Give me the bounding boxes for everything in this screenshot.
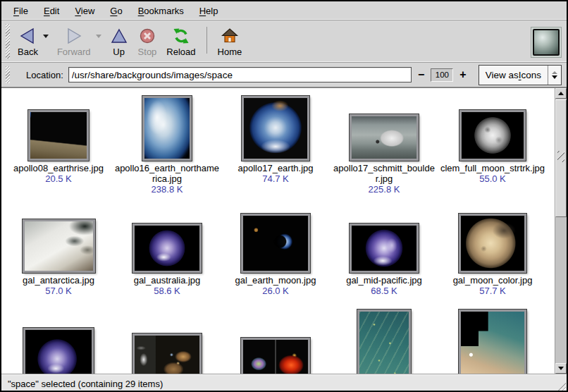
file-manager-window: File Edit View Go Bookmarks Help Back Fo… xyxy=(0,0,568,392)
moon-color-thumbnail xyxy=(459,214,526,273)
file-name: apollo16_earth_northamerica.jpg xyxy=(114,163,220,184)
forward-label: Forward xyxy=(57,47,91,57)
schmitt-boulder-thumbnail xyxy=(350,114,419,161)
menu-file-mnemonic: F xyxy=(13,6,19,16)
window-resize-grip[interactable] xyxy=(554,381,566,392)
scroll-up-arrow-icon xyxy=(558,92,564,95)
corner-nebula-thumbnail xyxy=(459,310,526,374)
file-earth-purple[interactable] xyxy=(4,308,113,374)
file-gal-mid-pacific[interactable]: gal_mid-pacific.jpg 68.5 K xyxy=(330,209,438,308)
earthrise-thumbnail xyxy=(28,110,89,161)
antennae-galaxies-thumbnail xyxy=(132,333,202,374)
earth-purple-thumbnail xyxy=(23,328,94,374)
menu-help-mnemonic: H xyxy=(199,6,206,16)
arrow-down-icon xyxy=(552,75,557,79)
menu-file-label: ile xyxy=(19,6,28,16)
stop-button[interactable]: Stop xyxy=(133,24,162,59)
file-name: gal_australia.jpg xyxy=(134,275,201,286)
view-mode-dropdown[interactable]: View as Icons xyxy=(479,65,562,85)
arrow-up-icon xyxy=(552,71,557,74)
icons-grid: apollo08_earthrise.jpg 20.5 K apollo16_e… xyxy=(1,88,555,374)
file-corner-nebula[interactable] xyxy=(438,308,547,374)
icon-row-1: apollo08_earthrise.jpg 20.5 K apollo16_e… xyxy=(1,88,555,209)
toolbar-grip-handle[interactable] xyxy=(6,24,10,59)
forward-icon xyxy=(65,26,83,46)
scroll-up-button[interactable] xyxy=(555,88,567,99)
zoom-level-display: 100 xyxy=(431,68,453,82)
file-antennae-galaxies[interactable] xyxy=(113,308,221,374)
reload-icon xyxy=(172,26,190,46)
nebula-pair-thumbnail xyxy=(241,338,310,374)
australia-thumbnail xyxy=(132,223,202,273)
reload-button[interactable]: Reload xyxy=(161,24,200,59)
file-size: 55.0 K xyxy=(479,173,506,184)
menu-help[interactable]: Help xyxy=(192,4,226,18)
file-size: 238.8 K xyxy=(152,184,183,195)
view-mode-pre: View as xyxy=(486,70,519,80)
reload-label: Reload xyxy=(166,47,195,57)
file-size: 68.5 K xyxy=(371,286,397,296)
menu-file[interactable]: File xyxy=(6,4,36,18)
menu-go-label: o xyxy=(117,6,122,16)
view-mode-post: cons xyxy=(521,70,541,80)
file-clem-full-moon[interactable]: clem_full_moon_strtrk.jpg 55.0 K xyxy=(438,88,547,209)
blue-marble-thumbnail xyxy=(242,96,309,161)
throbber-tile xyxy=(531,27,562,58)
menu-bar: File Edit View Go Bookmarks Help xyxy=(1,1,567,20)
file-name: clem_full_moon_strtrk.jpg xyxy=(440,163,545,173)
menu-edit-label: dit xyxy=(50,6,60,16)
file-name: gal_antarctica.jpg xyxy=(23,275,94,286)
file-size: 20.5 K xyxy=(45,173,72,184)
stop-label: Stop xyxy=(138,47,157,57)
toolbar-separator xyxy=(206,27,207,54)
home-button[interactable]: Home xyxy=(213,24,247,59)
file-nebula-pair[interactable] xyxy=(221,308,330,374)
back-history-dropdown-icon[interactable] xyxy=(43,35,49,38)
up-icon xyxy=(110,26,128,46)
file-apollo17-schmitt-boulder[interactable]: apollo17_schmitt_boulder.jpg 225.8 K xyxy=(330,88,438,209)
up-button[interactable]: Up xyxy=(105,24,133,59)
full-moon-thumbnail xyxy=(459,110,526,161)
file-apollo17-earth[interactable]: apollo17_earth.jpg 74.7 K xyxy=(221,88,330,209)
file-size: 58.6 K xyxy=(154,286,180,296)
back-label: Back xyxy=(18,47,38,57)
forward-button[interactable]: Forward xyxy=(52,24,96,59)
earth-moon-thumbnail xyxy=(241,214,310,273)
mid-pacific-thumbnail xyxy=(350,223,419,273)
file-gal-antarctica[interactable]: gal_antarctica.jpg 57.0 K xyxy=(4,209,113,308)
menu-help-label: elp xyxy=(206,6,218,16)
file-apollo08-earthrise[interactable]: apollo08_earthrise.jpg 20.5 K xyxy=(4,88,113,209)
status-text: "space" selected (containing 29 items) xyxy=(8,379,163,389)
file-gal-earth-moon[interactable]: gal_earth_moon.jpg 26.0 K xyxy=(221,209,330,308)
location-bar: Location: − 100 + View as Icons xyxy=(1,63,567,87)
forward-history-dropdown-icon[interactable] xyxy=(96,35,101,38)
file-gal-moon-color[interactable]: gal_moon_color.jpg 57.7 K xyxy=(438,209,547,308)
view-mode-label: View as Icons xyxy=(479,66,548,85)
menu-edit[interactable]: Edit xyxy=(36,4,67,18)
zoom-out-button[interactable]: − xyxy=(416,69,426,80)
file-name: apollo17_schmitt_boulder.jpg xyxy=(331,163,437,184)
icon-row-2: gal_antarctica.jpg 57.0 K gal_australia.… xyxy=(1,209,555,308)
menu-view[interactable]: View xyxy=(67,4,102,18)
vertical-scrollbar[interactable] xyxy=(555,88,567,374)
home-label: Home xyxy=(218,47,242,57)
menu-bookmarks[interactable]: Bookmarks xyxy=(130,4,192,18)
throbber-globe-icon xyxy=(533,29,560,56)
menu-go[interactable]: Go xyxy=(102,4,130,18)
location-bar-grip-handle[interactable] xyxy=(6,66,10,83)
up-label: Up xyxy=(113,47,125,57)
file-size: 57.0 K xyxy=(45,286,72,296)
back-button[interactable]: Back xyxy=(13,24,43,59)
scrollbar-thumb[interactable] xyxy=(555,99,567,217)
file-gal-australia[interactable]: gal_australia.jpg 58.6 K xyxy=(113,209,221,308)
teal-nebula-thumbnail xyxy=(357,310,411,374)
location-input[interactable] xyxy=(68,67,412,82)
earth-northamerica-thumbnail xyxy=(142,96,192,161)
menu-view-label: iew xyxy=(81,6,95,16)
file-size: 57.7 K xyxy=(479,286,506,296)
scroll-down-button[interactable] xyxy=(555,363,567,374)
menu-edit-mnemonic: E xyxy=(44,6,50,16)
zoom-in-button[interactable]: + xyxy=(458,69,467,80)
file-apollo16-earth-northamerica[interactable]: apollo16_earth_northamerica.jpg 238.8 K xyxy=(113,88,221,209)
file-teal-nebula[interactable] xyxy=(330,308,438,374)
